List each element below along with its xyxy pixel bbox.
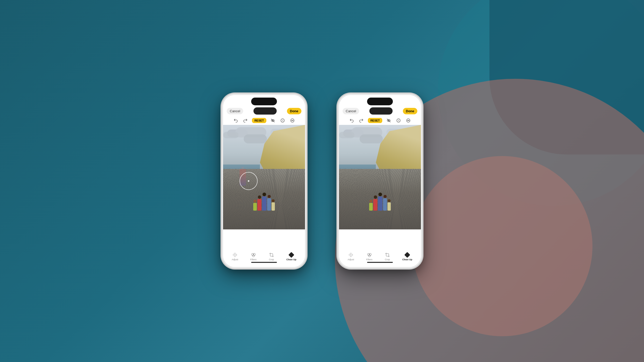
phone-left-inner: Cancel Done RESET: [223, 95, 305, 267]
phone-right: Cancel Done RESET: [337, 93, 422, 269]
filters-icon-right: [367, 252, 372, 258]
people-group-left: [253, 193, 275, 211]
crop-label-left: Crop: [269, 258, 274, 261]
filters-label-right: Filters: [366, 258, 372, 261]
people-group-right: [369, 193, 391, 211]
pill-dark-left: [253, 107, 277, 115]
photo-bg-right: [339, 125, 421, 229]
tab-cleanup-left[interactable]: Clean Up: [286, 252, 296, 261]
svg-point-9: [235, 255, 235, 255]
cleanup-icon-left: [289, 252, 294, 258]
adjust-label-left: Adjust: [232, 258, 238, 261]
visibility-icon-left[interactable]: [269, 117, 276, 124]
svg-point-10: [233, 253, 236, 256]
cleanup-icon-right: [404, 252, 410, 258]
dynamic-island-right: [367, 98, 393, 105]
svg-line-2: [271, 119, 275, 122]
reset-button-left[interactable]: RESET: [252, 118, 267, 123]
home-indicator-left: [251, 262, 277, 263]
done-button-left[interactable]: Done: [287, 108, 302, 114]
svg-text:A: A: [282, 119, 284, 122]
more-icon-right[interactable]: [405, 117, 412, 124]
svg-point-7: [292, 120, 293, 121]
ghost-body-left: [240, 169, 246, 186]
text-icon-left[interactable]: A: [279, 117, 286, 124]
done-button-right[interactable]: Done: [403, 108, 418, 114]
tab-cleanup-right[interactable]: Clean Up: [402, 252, 412, 261]
tab-filters-right[interactable]: Filters: [366, 252, 372, 261]
cancel-button-right[interactable]: Cancel: [343, 108, 359, 114]
visibility-icon-right[interactable]: [385, 117, 392, 124]
svg-point-21: [408, 120, 409, 121]
more-icon-left[interactable]: [289, 117, 296, 124]
svg-text:A: A: [398, 119, 400, 122]
diamond-right: [404, 252, 410, 258]
redo-icon-right[interactable]: [358, 117, 365, 124]
adjust-icon-left: [232, 252, 238, 258]
ghost-person-left: [240, 169, 246, 186]
reset-button-right[interactable]: RESET: [368, 118, 383, 123]
white-panel-right: [339, 229, 421, 250]
photo-area-left[interactable]: [223, 125, 305, 229]
phone-bottom-left: Adjust Filters: [223, 250, 305, 267]
pill-dark-right: [369, 107, 393, 115]
tab-crop-left[interactable]: Crop: [269, 252, 274, 261]
svg-point-23: [351, 255, 351, 255]
photo-bg-left: [223, 125, 305, 229]
svg-point-24: [349, 253, 352, 256]
tab-filters-left[interactable]: Filters: [250, 252, 257, 261]
redo-icon-left[interactable]: [242, 117, 249, 124]
tab-crop-right[interactable]: Crop: [385, 252, 390, 261]
tab-adjust-right[interactable]: Adjust: [348, 252, 354, 261]
adjust-icon-right: [348, 252, 354, 258]
undo-icon-right[interactable]: [348, 117, 355, 124]
phones-container: Cancel Done RESET: [0, 0, 644, 362]
photo-area-right[interactable]: [339, 125, 421, 229]
phone-left-toolbar: RESET A: [223, 116, 305, 125]
tab-adjust-left[interactable]: Adjust: [232, 252, 238, 261]
bottom-tabs-left: Adjust Filters: [226, 252, 302, 261]
phone-right-toolbar: RESET A: [339, 116, 421, 125]
filters-icon-left: [251, 252, 256, 258]
cancel-button-left[interactable]: Cancel: [227, 108, 243, 114]
crop-icon-right: [385, 252, 390, 258]
white-panel-left: [223, 229, 305, 250]
adjust-label-right: Adjust: [348, 258, 354, 261]
svg-point-8: [293, 120, 293, 121]
phone-right-inner: Cancel Done RESET: [339, 95, 421, 267]
filters-label-left: Filters: [250, 258, 257, 261]
svg-point-22: [409, 120, 409, 121]
cleanup-label-left: Clean Up: [286, 258, 296, 261]
cleanup-label-right: Clean Up: [402, 258, 412, 261]
crop-label-right: Crop: [385, 258, 390, 261]
phone-left: Cancel Done RESET: [222, 93, 307, 269]
svg-line-16: [387, 119, 391, 122]
diamond-left: [289, 252, 294, 258]
text-icon-right[interactable]: A: [395, 117, 402, 124]
home-indicator-right: [367, 262, 393, 263]
dynamic-island-left: [251, 98, 277, 105]
phone-bottom-right: Adjust Filters: [339, 250, 421, 267]
svg-point-20: [408, 120, 408, 121]
svg-point-6: [292, 120, 292, 121]
bottom-tabs-right: Adjust Filters: [342, 252, 418, 261]
crop-icon-left: [269, 252, 274, 258]
undo-icon-left[interactable]: [232, 117, 239, 124]
